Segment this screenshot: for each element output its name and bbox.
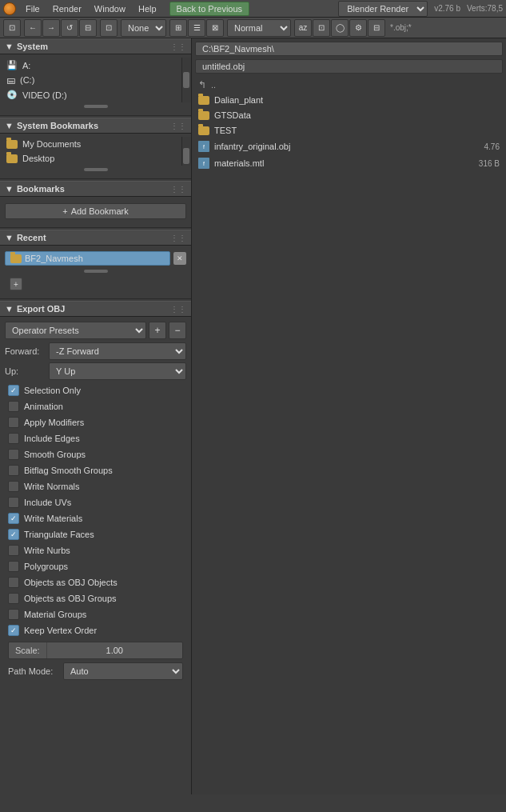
checkbox-include-uvs[interactable]: Include UVs (5, 494, 186, 510)
menu-render[interactable]: Render (50, 2, 85, 15)
checkbox-smooth-groups[interactable]: Smooth Groups (5, 446, 186, 462)
blender-logo (3, 2, 16, 15)
checkbox-box-8: ✓ (8, 513, 19, 524)
file-list: ↰..Dalian_plantGTSDataTESTfinfantry_orig… (192, 75, 506, 794)
checkbox-box-10 (8, 545, 19, 556)
recent-close-button[interactable]: ✕ (173, 252, 186, 265)
render-engine-select[interactable]: Blender Render (338, 1, 428, 17)
checkbox-write-nurbs[interactable]: Write Nurbs (5, 542, 186, 558)
sort-icon[interactable]: az (294, 19, 312, 37)
drive-c[interactable]: 🖴 (C:) (0, 73, 181, 87)
toolbar-icon-1[interactable]: ⊡ (3, 19, 21, 37)
up-label: Up: (5, 366, 49, 376)
recent-content: BF2_Navmesh ✕ + (0, 246, 191, 297)
folder-row-TEST[interactable]: TEST (192, 123, 506, 138)
my-documents-item[interactable]: My Documents (0, 137, 181, 151)
menu-help[interactable]: Help (135, 2, 160, 15)
checkbox-write-materials[interactable]: ✓Write Materials (5, 510, 186, 526)
checkbox-selection-only[interactable]: ✓Selection Only (5, 382, 186, 398)
back-to-previous-button[interactable]: Back to Previous (169, 2, 250, 16)
recent-header[interactable]: ▼ Recent ⋮⋮ (0, 230, 191, 246)
nav-forward-icon[interactable]: → (42, 19, 60, 37)
recent-bf2-label: BF2_Navmesh (25, 254, 83, 263)
export-section-content: Operator Presets + − Forward: -Z Forward… (0, 317, 191, 686)
file-row-materials.mtl[interactable]: fmaterials.mtl316 B (192, 155, 506, 172)
checkbox-animation[interactable]: Animation (5, 398, 186, 414)
system-title: System (17, 42, 48, 51)
menu-file[interactable]: File (22, 2, 43, 15)
folder-icon-btn[interactable]: ⊡ (100, 19, 118, 37)
checkbox-label-11: Polygroups (24, 562, 68, 571)
presets-add-button[interactable]: + (149, 322, 166, 339)
add-bookmark-button[interactable]: + Add Bookmark (5, 203, 186, 219)
checkbox-polygroups[interactable]: Polygroups (5, 558, 186, 574)
grid-icon[interactable]: ⊞ (169, 19, 187, 37)
system-section-header[interactable]: ▼ System ⋮⋮ (0, 38, 191, 54)
presets-remove-button[interactable]: − (169, 322, 186, 339)
path-mode-select[interactable]: Auto Absolute Relative Copy (63, 662, 183, 680)
checkbox-material-groups[interactable]: Material Groups (5, 606, 186, 622)
folder-row-GTSData[interactable]: GTSData (192, 108, 506, 123)
checkbox-objects-as-obj-groups[interactable]: Objects as OBJ Groups (5, 590, 186, 606)
parent-dir-row[interactable]: ↰.. (192, 77, 506, 93)
scale-row: Scale: 1.00 (8, 642, 183, 659)
export-obj-header[interactable]: ▼ Export OBJ ⋮⋮ (0, 301, 191, 317)
checkbox-box-14 (8, 609, 19, 620)
checkbox-label-9: Triangulate Faces (24, 530, 94, 539)
normal-mode-select[interactable]: Normal (227, 19, 291, 37)
filter-icon[interactable]: ⊡ (313, 19, 330, 37)
view-mode-select[interactable]: None (121, 19, 166, 37)
bookmarks-dots: ⋮⋮ (170, 185, 186, 194)
system-scrollbar[interactable] (181, 58, 191, 102)
drive-d-label: VIDEO (D:) (22, 90, 67, 100)
checkbox-include-edges[interactable]: Include Edges (5, 430, 186, 446)
checkbox-objects-as-obj-objects[interactable]: Objects as OBJ Objects (5, 574, 186, 590)
system-scroll-thumb (183, 72, 189, 88)
sys-bookmarks-content: My Documents Desktop (0, 134, 191, 177)
checkbox-label-14: Material Groups (24, 610, 86, 619)
thumbnail-icon[interactable]: ⊠ (206, 19, 224, 37)
parent-arrow: ↰ (198, 79, 206, 90)
settings-icon[interactable]: ⚙ (349, 19, 367, 37)
folder-icon-2 (198, 111, 209, 120)
drive-d[interactable]: 💿 VIDEO (D:) (0, 87, 181, 102)
file-size-4: 4.76 (484, 142, 500, 151)
up-select[interactable]: Y Up Z Up X Up (49, 362, 186, 380)
hide-icon[interactable]: ◯ (331, 19, 349, 37)
checkbox-label-4: Smooth Groups (24, 450, 86, 459)
checkbox-triangulate-faces[interactable]: ✓Triangulate Faces (5, 526, 186, 542)
folder-browse-icon[interactable]: ⊟ (368, 19, 385, 37)
file-name-4: infantry_original.obj (214, 142, 480, 151)
recent-bf2-navmesh[interactable]: BF2_Navmesh (5, 251, 170, 266)
drive-a[interactable]: 💾 A: (0, 58, 181, 73)
bookmarks-header[interactable]: ▼ Bookmarks ⋮⋮ (0, 181, 191, 197)
drive-a-label: A: (22, 61, 30, 70)
sort-icon-group: az ⊡ ◯ ⚙ ⊟ (294, 19, 385, 37)
operator-presets-select[interactable]: Operator Presets (5, 322, 146, 339)
desktop-item[interactable]: Desktop (0, 151, 181, 166)
system-bookmarks-header[interactable]: ▼ System Bookmarks ⋮⋮ (0, 118, 191, 134)
system-arrow: ▼ (5, 42, 14, 51)
checkbox-apply-modifiers[interactable]: Apply Modifiers (5, 414, 186, 430)
add-recent-button[interactable]: + (10, 278, 22, 290)
filepath-bar[interactable]: C:\BF2_Navmesh\ (195, 42, 503, 56)
menu-window[interactable]: Window (91, 2, 129, 15)
filename-bar[interactable]: untitled.obj (195, 59, 503, 74)
file-row-infantry_original.obj[interactable]: finfantry_original.obj4.76 (192, 138, 506, 155)
folder-row-Dalian_plant[interactable]: Dalian_plant (192, 93, 506, 108)
file-name-5: materials.mtl (214, 158, 474, 168)
checkbox-label-10: Write Nurbs (24, 546, 70, 555)
list-icon[interactable]: ☰ (188, 19, 205, 37)
sysbookmarks-scrollbar[interactable] (181, 137, 191, 166)
nav-back-icon[interactable]: ← (24, 19, 42, 37)
checkbox-label-15: Keep Vertex Order (24, 626, 97, 635)
sysbookmarks-scroll-handle (84, 168, 108, 171)
checkbox-write-normals[interactable]: Write Normals (5, 478, 186, 494)
forward-select[interactable]: -Z Forward +Z Forward -Y Forward (49, 342, 186, 360)
checkbox-box-6 (8, 481, 19, 492)
nav-bookmark-icon[interactable]: ⊟ (79, 19, 97, 37)
nav-refresh-icon[interactable]: ↺ (61, 19, 78, 37)
checkbox-keep-vertex-order[interactable]: ✓Keep Vertex Order (5, 622, 186, 638)
checkbox-bitflag-smooth-groups[interactable]: Bitflag Smooth Groups (5, 462, 186, 478)
display-icon-group: ⊞ ☰ ⊠ (169, 19, 224, 37)
